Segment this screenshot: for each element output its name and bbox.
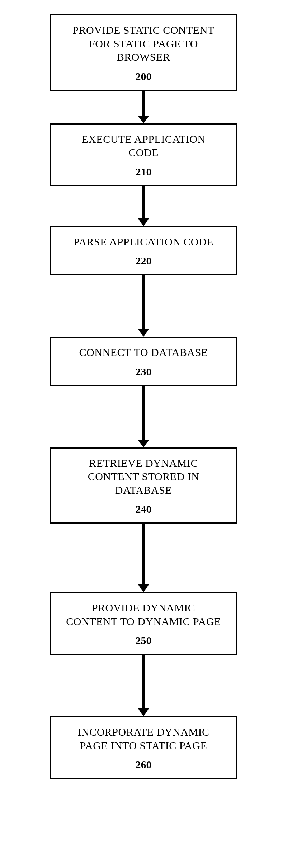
flow-step-text: INCORPORATE DYNAMIC PAGE INTO STATIC PAG… — [66, 725, 221, 752]
arrow-head-icon — [138, 218, 149, 226]
arrow-line — [142, 91, 145, 116]
flow-arrow — [138, 524, 149, 592]
arrow-head-icon — [138, 440, 149, 447]
flow-step-210: EXECUTE APPLICATION CODE 210 — [50, 123, 237, 186]
flow-step-text: EXECUTE APPLICATION CODE — [66, 132, 221, 159]
flow-arrow — [138, 91, 149, 123]
flowchart: PROVIDE STATIC CONTENT FOR STATIC PAGE T… — [22, 14, 265, 779]
arrow-head-icon — [138, 116, 149, 123]
flow-step-240: RETRIEVE DYNAMIC CONTENT STORED IN DATAB… — [50, 447, 237, 524]
flow-step-220: PARSE APPLICATION CODE 220 — [50, 226, 237, 276]
flow-arrow — [138, 275, 149, 337]
flow-step-260: INCORPORATE DYNAMIC PAGE INTO STATIC PAG… — [50, 716, 237, 779]
flow-step-250: PROVIDE DYNAMIC CONTENT TO DYNAMIC PAGE … — [50, 592, 237, 655]
flow-step-number: 220 — [66, 255, 221, 266]
arrow-head-icon — [138, 329, 149, 337]
flow-arrow — [138, 655, 149, 716]
flow-step-text: PROVIDE DYNAMIC CONTENT TO DYNAMIC PAGE — [66, 601, 221, 628]
arrow-line — [142, 186, 145, 219]
arrow-line — [142, 386, 145, 440]
flow-step-number: 250 — [66, 635, 221, 646]
flow-arrow — [138, 386, 149, 447]
flow-step-number: 230 — [66, 366, 221, 377]
flow-step-230: CONNECT TO DATABASE 230 — [50, 337, 237, 386]
arrow-line — [142, 655, 145, 709]
arrow-line — [142, 275, 145, 329]
flow-step-number: 210 — [66, 166, 221, 177]
flow-step-number: 240 — [66, 504, 221, 515]
flow-step-number: 260 — [66, 759, 221, 770]
flow-step-200: PROVIDE STATIC CONTENT FOR STATIC PAGE T… — [50, 14, 237, 91]
flow-step-text: PROVIDE STATIC CONTENT FOR STATIC PAGE T… — [66, 23, 221, 64]
flow-arrow — [138, 186, 149, 226]
arrow-head-icon — [138, 708, 149, 716]
arrow-head-icon — [138, 584, 149, 592]
flow-step-text: PARSE APPLICATION CODE — [66, 235, 221, 249]
flow-step-number: 200 — [66, 71, 221, 82]
arrow-line — [142, 524, 145, 585]
flow-step-text: CONNECT TO DATABASE — [66, 346, 221, 359]
flow-step-text: RETRIEVE DYNAMIC CONTENT STORED IN DATAB… — [66, 456, 221, 497]
